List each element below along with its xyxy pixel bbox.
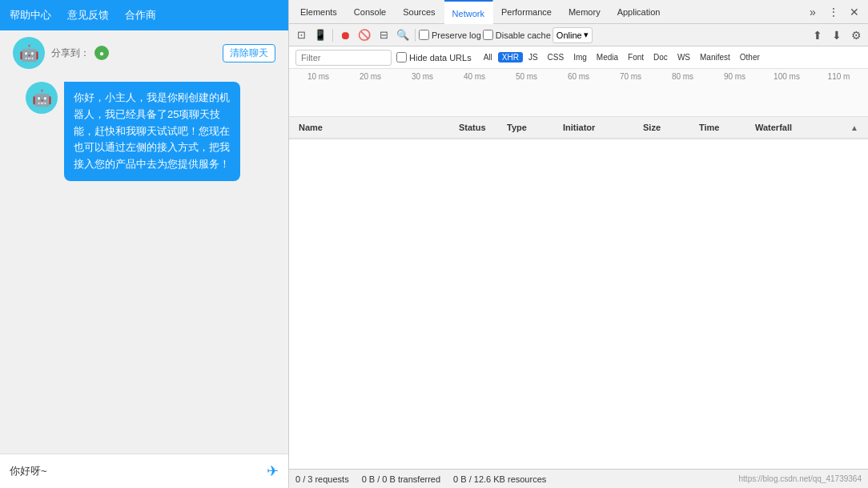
tab-network[interactable]: Network bbox=[444, 0, 493, 24]
filter-doc-button[interactable]: Doc bbox=[649, 52, 672, 63]
tab-more-icons: » ⋮ ✕ bbox=[804, 3, 868, 21]
tab-console[interactable]: Console bbox=[346, 0, 395, 24]
timeline-label-70ms: 70 ms bbox=[605, 72, 657, 81]
tab-application[interactable]: Application bbox=[609, 0, 669, 24]
resources-size: 0 B / 12.6 KB resources bbox=[453, 474, 546, 484]
network-table-header: Name Status Type Initiator Size Time Wat… bbox=[289, 117, 868, 139]
timeline-label-50ms: 50 ms bbox=[500, 72, 553, 81]
tab-memory[interactable]: Memory bbox=[561, 0, 609, 24]
timeline-label-40ms: 40 ms bbox=[448, 72, 500, 81]
chat-input[interactable] bbox=[10, 466, 260, 478]
column-status[interactable]: Status bbox=[452, 123, 500, 132]
tab-elements[interactable]: Elements bbox=[292, 0, 346, 24]
more-tabs-button[interactable]: » bbox=[804, 3, 822, 21]
sort-arrow-icon: ▲ bbox=[850, 123, 858, 132]
filter-button[interactable]: ⊟ bbox=[375, 26, 392, 44]
filter-input[interactable] bbox=[295, 50, 392, 66]
devtools-tabs: Elements Console Sources Network Perform… bbox=[289, 0, 868, 24]
settings-button[interactable]: ⚙ bbox=[847, 26, 865, 44]
hide-data-urls-checkbox[interactable]: Hide data URLs bbox=[396, 52, 472, 63]
inspect-button[interactable]: ⊡ bbox=[292, 26, 310, 44]
filter-img-button[interactable]: Img bbox=[569, 52, 591, 63]
timeline-label-100ms: 100 ms bbox=[761, 72, 813, 81]
close-devtools-button[interactable]: ✕ bbox=[846, 3, 863, 21]
divider2 bbox=[415, 29, 416, 42]
requests-count: 0 / 3 requests bbox=[295, 474, 349, 484]
devtools-panel: Elements Console Sources Network Perform… bbox=[288, 0, 868, 488]
preserve-log-checkbox[interactable]: Preserve log bbox=[419, 30, 481, 40]
timeline-label-110ms: 110 m bbox=[813, 72, 865, 81]
column-initiator[interactable]: Initiator bbox=[557, 123, 637, 132]
import-har-button[interactable]: ⬆ bbox=[809, 26, 826, 44]
device-toggle-button[interactable]: 📱 bbox=[311, 26, 329, 44]
column-name[interactable]: Name bbox=[292, 123, 452, 132]
chat-panel: 帮助中心 意见反馈 合作商 🤖 分享到： ● 清除聊天 🤖 你好，小主人，我是你… bbox=[0, 0, 288, 488]
column-time[interactable]: Time bbox=[693, 123, 749, 132]
timeline-label-10ms: 10 ms bbox=[292, 72, 344, 81]
column-waterfall[interactable]: Waterfall ▲ bbox=[749, 123, 865, 132]
chat-header: 🤖 分享到： ● 清除聊天 bbox=[0, 30, 288, 69]
bot-bubble: 你好，小主人，我是你刚创建的机器人，我已经具备了25项聊天技能，赶快和我聊天试试… bbox=[64, 82, 240, 181]
tab-performance[interactable]: Performance bbox=[493, 0, 561, 24]
share-icon[interactable]: ● bbox=[94, 46, 109, 60]
feedback-link[interactable]: 意见反馈 bbox=[67, 8, 109, 22]
avatar: 🤖 bbox=[13, 37, 45, 69]
filter-type-buttons: All XHR JS CSS Img Media Font Doc WS Man… bbox=[480, 52, 764, 63]
filter-css-button[interactable]: CSS bbox=[544, 52, 569, 63]
clear-button[interactable]: 🚫 bbox=[356, 26, 373, 44]
timeline-label-60ms: 60 ms bbox=[553, 72, 605, 81]
timeline-label-80ms: 80 ms bbox=[657, 72, 709, 81]
export-har-button[interactable]: ⬇ bbox=[828, 26, 846, 44]
partner-link[interactable]: 合作商 bbox=[125, 8, 156, 22]
filter-ws-button[interactable]: WS bbox=[673, 52, 694, 63]
help-center-link[interactable]: 帮助中心 bbox=[10, 8, 51, 22]
filter-all-button[interactable]: All bbox=[480, 52, 496, 63]
filter-manifest-button[interactable]: Manifest bbox=[696, 52, 734, 63]
search-button[interactable]: 🔍 bbox=[394, 26, 412, 44]
filter-other-button[interactable]: Other bbox=[736, 52, 764, 63]
column-type[interactable]: Type bbox=[500, 123, 557, 132]
throttle-select[interactable]: Online ▾ bbox=[553, 27, 593, 43]
network-toolbar: ⊡ 📱 ⏺ 🚫 ⊟ 🔍 Preserve log Disable cache O… bbox=[289, 24, 868, 46]
input-area: ✈ bbox=[0, 454, 288, 488]
chevron-down-icon: ▾ bbox=[584, 30, 589, 40]
timeline-labels: 10 ms 20 ms 30 ms 40 ms 50 ms 60 ms 70 m… bbox=[289, 72, 868, 81]
disable-cache-checkbox[interactable]: Disable cache bbox=[483, 30, 551, 40]
filter-font-button[interactable]: Font bbox=[624, 52, 648, 63]
clear-chat-button[interactable]: 清除聊天 bbox=[223, 44, 275, 63]
filter-row: Hide data URLs All XHR JS CSS Img Media … bbox=[289, 46, 868, 69]
filter-xhr-button[interactable]: XHR bbox=[498, 52, 523, 63]
timeline-label-20ms: 20 ms bbox=[344, 72, 396, 81]
share-label: 分享到： bbox=[51, 46, 90, 60]
timeline-label-30ms: 30 ms bbox=[396, 72, 448, 81]
send-button[interactable]: ✈ bbox=[267, 462, 279, 480]
share-row: 分享到： ● bbox=[51, 46, 109, 60]
timeline-label-90ms: 90 ms bbox=[709, 72, 761, 81]
filter-js-button[interactable]: JS bbox=[524, 52, 542, 63]
top-bar: 帮助中心 意见反馈 合作商 bbox=[0, 0, 288, 30]
bot-avatar: 🤖 bbox=[26, 82, 58, 114]
record-button[interactable]: ⏺ bbox=[336, 26, 354, 44]
column-size[interactable]: Size bbox=[637, 123, 693, 132]
transferred-size: 0 B / 0 B transferred bbox=[362, 474, 440, 484]
watermark: https://blog.csdn.net/qq_41739364 bbox=[739, 474, 862, 483]
chat-area: 🤖 你好，小主人，我是你刚创建的机器人，我已经具备了25项聊天技能，赶快和我聊天… bbox=[0, 69, 288, 454]
timeline-row: 10 ms 20 ms 30 ms 40 ms 50 ms 60 ms 70 m… bbox=[289, 69, 868, 117]
customize-button[interactable]: ⋮ bbox=[825, 3, 842, 21]
bot-message: 🤖 你好，小主人，我是你刚创建的机器人，我已经具备了25项聊天技能，赶快和我聊天… bbox=[13, 82, 275, 181]
status-bar: 0 / 3 requests 0 B / 0 B transferred 0 B… bbox=[289, 469, 868, 488]
divider1 bbox=[332, 29, 333, 42]
tab-sources[interactable]: Sources bbox=[395, 0, 444, 24]
network-table-body bbox=[289, 139, 868, 469]
filter-media-button[interactable]: Media bbox=[593, 52, 622, 63]
